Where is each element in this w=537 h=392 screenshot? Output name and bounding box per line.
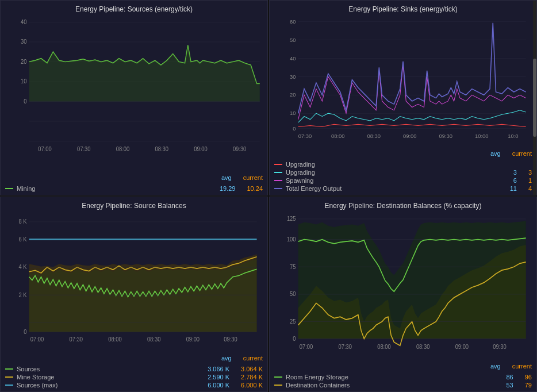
legend-sources-max: Sources (max) 6.000 K 6.000 K bbox=[5, 381, 263, 389]
avg-header-dest-bal: avg bbox=[490, 363, 501, 370]
svg-text:07:30: 07:30 bbox=[298, 133, 312, 139]
panel-sources-title: Energy Pipeline: Sources (energy/tick) bbox=[5, 5, 263, 13]
cur-header: current bbox=[243, 174, 263, 181]
chart-source-balances: 8 K 6 K 4 K 2 K 0 07:00 07:30 08:00 08:3… bbox=[5, 212, 263, 355]
mine-storage-swatch bbox=[5, 376, 13, 378]
svg-text:60: 60 bbox=[290, 18, 296, 25]
svg-text:50: 50 bbox=[290, 37, 296, 43]
svg-marker-18 bbox=[29, 45, 260, 102]
scrollbar-thumb[interactable] bbox=[533, 59, 536, 136]
upgrading1-swatch bbox=[274, 164, 282, 165]
svg-text:20: 20 bbox=[290, 91, 296, 98]
svg-text:30: 30 bbox=[290, 73, 296, 79]
svg-text:07:00: 07:00 bbox=[30, 336, 44, 343]
sources-label: Sources bbox=[17, 366, 40, 372]
legend-room-energy: Room Energy Storage 86 96 bbox=[274, 373, 532, 381]
panel-dest-balances-title: Energy Pipeline: Destination Balances (%… bbox=[274, 202, 532, 210]
svg-text:20: 20 bbox=[21, 59, 27, 66]
total-energy-cur: 4 bbox=[528, 185, 532, 192]
legend-sources: Mining 19.29 10.24 bbox=[5, 182, 263, 193]
avg-cur-header-sources: avg current bbox=[5, 174, 263, 182]
svg-text:30: 30 bbox=[21, 39, 27, 45]
svg-text:08:00: 08:00 bbox=[377, 344, 391, 351]
svg-text:08:30: 08:30 bbox=[155, 145, 168, 152]
svg-text:08:00: 08:00 bbox=[331, 133, 344, 139]
total-energy-label: Total Energy Output bbox=[286, 185, 342, 192]
svg-text:10:00: 10:00 bbox=[475, 133, 488, 139]
legend-upgrading1: Upgrading bbox=[274, 160, 532, 168]
svg-text:09:30: 09:30 bbox=[493, 344, 507, 351]
room-energy-cur: 96 bbox=[525, 374, 532, 381]
legend-source-balances: Sources 3.066 K 3.064 K Mine Storage 2.5… bbox=[5, 363, 263, 389]
legend-total-energy: Total Energy Output 11 4 bbox=[274, 185, 532, 193]
panel-source-balances-title: Energy Pipeline: Source Balances bbox=[5, 202, 263, 210]
avg-header-sinks: avg bbox=[490, 150, 501, 157]
chart-sinks: 60 50 40 30 20 10 0 07:30 08:00 08:30 09… bbox=[274, 16, 532, 150]
svg-text:07:00: 07:00 bbox=[300, 344, 313, 351]
mining-color-swatch bbox=[5, 188, 13, 189]
svg-text:125: 125 bbox=[287, 216, 296, 222]
svg-text:08:30: 08:30 bbox=[147, 336, 161, 343]
panel-dest-balances: Energy Pipeline: Destination Balances (%… bbox=[269, 197, 537, 392]
cur-header-dest-bal: current bbox=[512, 363, 532, 370]
upgrading1-label: Upgrading bbox=[286, 161, 315, 168]
upgrading2-cur: 3 bbox=[528, 169, 532, 176]
dashboard: Energy Pipeline: Sources (energy/tick) 4… bbox=[0, 0, 537, 392]
svg-text:25: 25 bbox=[290, 318, 296, 325]
sources-max-cur: 6.000 K bbox=[241, 382, 263, 389]
svg-text:40: 40 bbox=[21, 19, 27, 26]
svg-text:09:30: 09:30 bbox=[224, 336, 237, 343]
dest-containers-avg: 53 bbox=[507, 382, 513, 389]
upgrading2-swatch bbox=[274, 172, 282, 173]
mining-avg: 19.29 bbox=[220, 185, 236, 192]
svg-text:09:30: 09:30 bbox=[439, 133, 452, 139]
spawning-cur: 1 bbox=[528, 177, 532, 184]
svg-text:07:30: 07:30 bbox=[69, 336, 83, 343]
legend-dest-balances: Room Energy Storage 86 96 Destination Co… bbox=[274, 371, 532, 389]
total-energy-swatch bbox=[274, 188, 282, 189]
svg-text:0: 0 bbox=[24, 98, 27, 105]
spawning-avg: 6 bbox=[513, 177, 517, 184]
svg-text:0: 0 bbox=[293, 125, 296, 132]
svg-text:0: 0 bbox=[24, 329, 27, 335]
upgrading2-avg: 3 bbox=[513, 169, 517, 176]
cur-header-src-bal: current bbox=[243, 355, 263, 362]
avg-cur-header-dest-bal: avg current bbox=[274, 363, 532, 371]
sources-max-swatch bbox=[5, 385, 13, 386]
room-energy-avg: 86 bbox=[507, 374, 513, 381]
spawning-label: Spawning bbox=[286, 177, 313, 184]
mining-cur: 10.24 bbox=[247, 185, 263, 192]
svg-text:09:00: 09:00 bbox=[194, 145, 208, 152]
dest-containers-swatch bbox=[274, 385, 282, 386]
sources-avg: 3.066 K bbox=[208, 366, 229, 372]
svg-text:10:0: 10:0 bbox=[508, 133, 518, 139]
mine-storage-avg: 2.590 K bbox=[208, 374, 229, 381]
panel-sinks: Energy Pipeline: Sinks (energy/tick) 60 … bbox=[269, 0, 537, 195]
total-energy-avg: 11 bbox=[510, 185, 517, 192]
avg-cur-header-sinks: avg current bbox=[274, 150, 532, 158]
chart-sources: 40 30 20 10 0 07:00 07:30 08:00 08:30 09… bbox=[5, 16, 263, 174]
svg-text:100: 100 bbox=[287, 236, 296, 243]
mine-storage-label: Mine Storage bbox=[17, 374, 54, 381]
svg-text:6 K: 6 K bbox=[18, 236, 27, 242]
avg-header-src-bal: avg bbox=[221, 355, 232, 362]
svg-text:09:30: 09:30 bbox=[233, 145, 247, 152]
legend-row-mining: Mining 19.29 10.24 bbox=[5, 185, 263, 193]
scrollbar-track[interactable] bbox=[533, 1, 536, 195]
room-energy-label: Room Energy Storage bbox=[286, 374, 348, 381]
svg-text:08:00: 08:00 bbox=[116, 145, 130, 152]
svg-text:08:30: 08:30 bbox=[367, 133, 380, 139]
svg-text:07:30: 07:30 bbox=[338, 344, 352, 351]
legend-sinks: Upgrading Upgrading 3 3 bbox=[274, 158, 532, 193]
chart-dest-balances: 125 100 75 50 25 0 07:00 07:30 08:00 08:… bbox=[274, 212, 532, 363]
svg-text:50: 50 bbox=[290, 291, 296, 298]
svg-text:09:00: 09:00 bbox=[455, 344, 469, 351]
svg-text:2 K: 2 K bbox=[18, 291, 27, 298]
sources-max-avg: 6.000 K bbox=[208, 382, 229, 389]
dest-containers-cur: 79 bbox=[525, 382, 532, 389]
svg-text:0: 0 bbox=[293, 335, 296, 342]
svg-text:08:00: 08:00 bbox=[108, 336, 122, 343]
svg-text:07:30: 07:30 bbox=[77, 145, 91, 152]
upgrading2-label: Upgrading bbox=[286, 169, 315, 176]
panel-sources: Energy Pipeline: Sources (energy/tick) 4… bbox=[0, 0, 268, 195]
